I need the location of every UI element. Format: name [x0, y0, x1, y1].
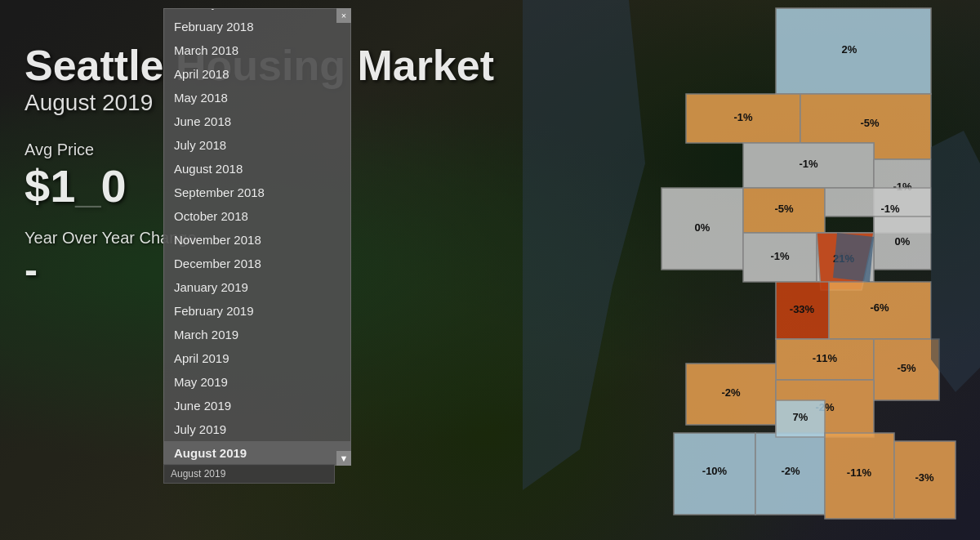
dropdown-item[interactable]: July 2018	[164, 133, 350, 157]
dropdown-item[interactable]: May 2018	[164, 86, 350, 109]
water-lake-union	[833, 233, 874, 282]
dropdown-item[interactable]: January 2019	[164, 275, 350, 299]
water-lake	[931, 131, 980, 392]
dropdown-footer-label: August 2019	[163, 464, 335, 484]
dropdown-item[interactable]: February 2018	[164, 15, 350, 38]
region-cw	[743, 188, 825, 233]
region-w	[662, 188, 743, 270]
map-regions-svg: 2% -1% -5% -1% -1% 0% -5% -1% -1% 0% 4% …	[523, 0, 980, 540]
dropdown-item[interactable]: June 2018	[164, 109, 350, 133]
region-ssfse	[894, 441, 956, 519]
region-me	[874, 216, 931, 270]
region-cn	[743, 143, 874, 188]
region-c	[743, 233, 817, 282]
dropdown-item[interactable]: April 2019	[164, 346, 350, 370]
dropdown-item[interactable]: May 2019	[164, 370, 350, 394]
region-se	[829, 282, 931, 339]
dropdown-item[interactable]: August 2019	[164, 441, 350, 465]
region-ssi	[776, 400, 825, 437]
dropdown-item[interactable]: June 2019	[164, 394, 350, 417]
water-sound	[523, 0, 645, 490]
dropdown-item[interactable]: February 2019	[164, 299, 350, 323]
dropdown-item[interactable]: July 2019	[164, 417, 350, 441]
dropdown-scroll-down-button[interactable]: ▼	[336, 451, 351, 466]
dropdown-item[interactable]: December 2018	[164, 252, 350, 275]
region-sw2	[686, 364, 776, 425]
dropdown-item[interactable]: January 2018	[164, 8, 350, 15]
month-dropdown-container: January 2018February 2018March 2018April…	[163, 8, 351, 466]
dropdown-item[interactable]: November 2018	[164, 228, 350, 252]
region-ssc	[755, 433, 825, 515]
region-north	[776, 8, 931, 94]
region-sse	[825, 433, 894, 519]
region-ssw	[674, 433, 755, 515]
region-se2	[874, 339, 939, 400]
dropdown-item[interactable]: October 2018	[164, 204, 350, 228]
dropdown-item[interactable]: September 2018	[164, 181, 350, 204]
month-dropdown-list[interactable]: January 2018February 2018March 2018April…	[163, 8, 351, 466]
region-sw	[776, 282, 829, 339]
dropdown-item[interactable]: August 2018	[164, 157, 350, 181]
dropdown-item[interactable]: April 2018	[164, 62, 350, 86]
region-nw	[686, 94, 800, 143]
region-sc	[776, 339, 874, 380]
dropdown-item[interactable]: March 2019	[164, 323, 350, 346]
dropdown-close-button[interactable]: ×	[336, 8, 351, 23]
dropdown-item[interactable]: March 2018	[164, 38, 350, 62]
